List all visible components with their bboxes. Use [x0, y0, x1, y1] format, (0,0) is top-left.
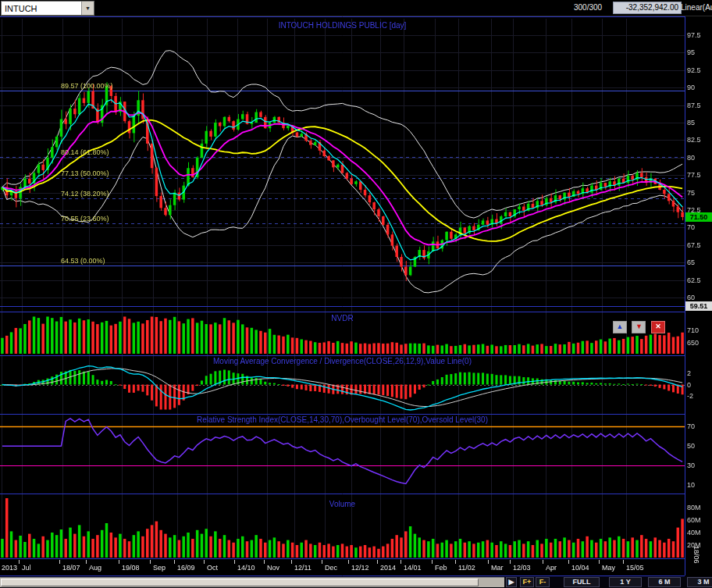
price-axis-label: 77.5 — [687, 171, 701, 179]
macd-axis-label: 0 — [687, 381, 691, 389]
date-axis-label: 14/10 — [237, 564, 255, 572]
date-axis-label: 2014 — [380, 564, 396, 572]
panel-move-down-icon[interactable]: ▼ — [632, 321, 646, 333]
date-axis-label: 11/02 — [458, 564, 475, 572]
nvdr-panel-title: NVDR — [0, 314, 685, 323]
price-axis-label: 72.5 — [687, 206, 701, 214]
price-axis-label: 90 — [687, 84, 695, 91]
date-axis-label: 16/09 — [177, 564, 195, 572]
price-axis-label: 97.5 — [687, 31, 701, 39]
top-bar: INTUCH ▼ 300/300 -32,352,942.00 Linear(A… — [0, 0, 712, 16]
rsi-axis-label: 70 — [687, 422, 695, 430]
fib-level-label: 64.53 (0.00%) — [61, 257, 105, 265]
price-axis-label: 62.5 — [687, 276, 701, 284]
rsi-axis-label: 50 — [687, 442, 695, 450]
date-axis-label: 12/03 — [513, 564, 531, 572]
price-axis-label: 87.5 — [687, 102, 701, 109]
range-3m-button[interactable]: 3 M — [687, 577, 712, 587]
fib-level-label: 77.13 (50.00%) — [61, 169, 109, 177]
date-axis-label: Apr — [546, 564, 557, 572]
range-1y-button[interactable]: 1 Y — [609, 577, 642, 587]
range-6m-button[interactable]: 6 M — [648, 577, 681, 587]
panel-move-up-icon[interactable]: ▲ — [613, 321, 627, 333]
date-axis-label: 15/05 — [626, 564, 644, 572]
price-axis-label: 92.5 — [687, 66, 701, 74]
symbol-combobox[interactable]: INTUCH ▼ — [1, 1, 94, 16]
date-axis-label: Nov — [267, 564, 279, 572]
price-axis-label: 82.5 — [687, 136, 701, 144]
bars-count-label: 300/300 — [574, 3, 602, 12]
nvdr-axis-label: 710 — [687, 326, 699, 334]
trading-app-window: INTUCH ▼ 300/300 -32,352,942.00 Linear(A… — [0, 0, 712, 588]
date-axis-label: 18/07 — [62, 564, 80, 572]
main-chart-title: INTOUCH HOLDINGS PUBLIC [day] — [0, 21, 685, 30]
macd-panel-title: Moving Average Convergence / Divergence(… — [0, 357, 685, 365]
price-axis-label: 95 — [687, 48, 695, 56]
price-axis-label: 70 — [687, 223, 695, 231]
rsi-panel-title: Relative Strength Index(CLOSE,14,30,70),… — [0, 415, 685, 424]
scrollbar-thumb[interactable] — [1, 579, 479, 586]
panel-controls: ▲ ▼ ✕ — [613, 318, 667, 333]
volume-axis-label: 60M — [687, 516, 701, 524]
font-plus-button[interactable]: F+ — [520, 577, 534, 587]
date-axis-label: Mar — [491, 564, 504, 572]
price-axis-label: 60 — [687, 294, 695, 301]
rsi-axis-label: 30 — [687, 461, 695, 469]
scale-mode-label[interactable]: Linear(Au — [681, 3, 712, 12]
date-axis-label: Aug — [89, 564, 101, 572]
volume-axis-label: 20M — [687, 541, 701, 549]
price-axis-label: 65 — [687, 258, 695, 266]
font-minus-button[interactable]: F- — [536, 577, 550, 587]
volume-axis-label: 80M — [687, 504, 701, 511]
volume-axis-label: 40M — [687, 529, 701, 536]
date-axis-label: Oct — [207, 564, 218, 572]
symbol-value: INTUCH — [2, 4, 81, 13]
date-axis-label: 12/12 — [351, 564, 369, 572]
fib-level-label: 89.57 (100.00%) — [61, 82, 113, 90]
date-axis-label: 10/04 — [571, 564, 589, 572]
date-axis-label: 2013 — [2, 564, 17, 572]
date-axis-label: Sep — [153, 564, 166, 572]
fib-level-label: 80.14 (61.80%) — [61, 148, 109, 156]
date-axis-label: 12/11 — [294, 564, 312, 572]
date-axis-label: Jul — [22, 564, 31, 572]
macd-axis-label: 2 — [687, 369, 691, 377]
volume-panel-title: Volume — [0, 500, 685, 508]
date-axis-label: 19/08 — [122, 564, 140, 572]
macd-axis-label: -2 — [687, 392, 693, 400]
date-axis-label: 14/01 — [404, 564, 422, 572]
bottom-toolbar: ▶ F+ F- FULL 1 Y 6 M 3 M — [0, 576, 712, 588]
lower-value-tag: 59.51 — [685, 301, 712, 311]
fib-level-label: 74.12 (38.20%) — [61, 190, 109, 198]
fib-level-label: 70.55 (23.60%) — [61, 215, 109, 223]
scroll-right-icon[interactable]: ▶ — [506, 577, 517, 587]
price-axis-label: 85 — [687, 119, 695, 127]
panel-close-icon[interactable]: ✕ — [651, 321, 665, 333]
date-axis-label: May — [602, 564, 615, 572]
chevron-down-icon[interactable]: ▼ — [81, 2, 94, 15]
date-axis-label: Dec — [325, 564, 337, 572]
horizontal-scrollbar[interactable] — [0, 577, 504, 587]
price-axis-label: 80 — [687, 154, 695, 162]
range-full-button[interactable]: FULL — [564, 577, 600, 587]
price-axis-label: 75 — [687, 189, 695, 197]
net-value-box: -32,352,942.00 — [613, 2, 682, 14]
date-axis-label: Feb — [435, 564, 447, 572]
nvdr-axis-label: 650 — [687, 339, 699, 347]
rsi-axis-label: 10 — [687, 481, 695, 489]
price-axis-label: 67.5 — [687, 241, 701, 249]
